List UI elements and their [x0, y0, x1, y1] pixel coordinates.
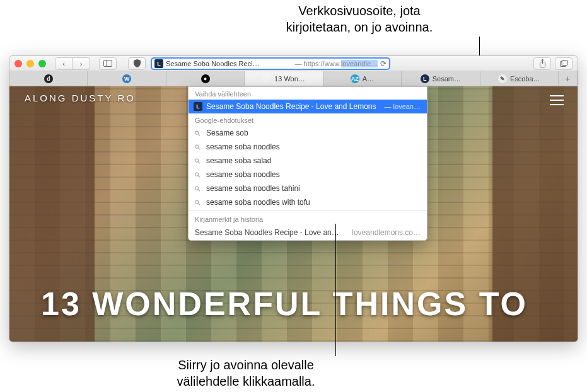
dropdown-divider [189, 210, 427, 211]
tabs-overview-button[interactable] [555, 57, 572, 70]
tab-bar: dW●13 Won…AZA…LSesam…✎Escoba…+ [9, 71, 578, 86]
svg-rect-0 [104, 61, 112, 67]
tab-favicon: W [122, 74, 131, 83]
dropdown-bookmark-item[interactable]: Sesame Soba Noodles Recipe - Love an… lo… [189, 225, 427, 240]
nav-buttons: ‹ › [55, 57, 90, 70]
dropdown-suggestion-3[interactable]: ⚲sesame soba noodles [189, 168, 427, 182]
tab-1[interactable]: W [88, 71, 166, 86]
suggestion-text: sesame soba noodles tahini [206, 184, 300, 193]
callout-text-bottom: Siirry jo avoinna olevalle välilehdelle … [113, 357, 378, 389]
tab-5[interactable]: LSesam… [402, 71, 480, 86]
search-icon: ⚲ [193, 198, 202, 207]
window-controls [15, 60, 46, 67]
dropdown-suggestion-1[interactable]: ⚲sesame soba noodles [189, 140, 427, 154]
close-window-button[interactable] [15, 60, 22, 67]
tab-label: Escoba… [510, 75, 540, 83]
svg-rect-5 [562, 61, 567, 66]
page-hero-heading: 13 WONDERFUL THINGS TO [41, 285, 565, 323]
callout-line-bottom [335, 224, 336, 356]
minimize-window-button[interactable] [26, 60, 34, 67]
reload-icon[interactable]: ⟳ [380, 59, 386, 68]
forward-button[interactable]: › [73, 57, 90, 70]
search-icon: ⚲ [193, 129, 202, 138]
hamburger-menu-icon[interactable] [550, 95, 564, 105]
suggestion-text: sesame soba noodles [206, 142, 280, 151]
suggestion-text: Sesame sob [206, 129, 248, 137]
fullscreen-window-button[interactable] [38, 60, 46, 67]
tab-label: A… [363, 75, 374, 83]
dropdown-item-favicon: L [194, 102, 202, 111]
dropdown-suggestion-4[interactable]: ⚲sesame soba noodles tahini [189, 182, 427, 195]
bookmark-title: Sesame Soba Noodles Recipe - Love an… [195, 228, 339, 237]
dropdown-item-title: Sesame Soba Noodles Recipe - Love and Le… [206, 102, 376, 111]
sidebar-button[interactable] [99, 57, 117, 70]
callout-text-top: Verkkosivuosoite, jota kirjoitetaan, on … [227, 3, 492, 35]
bookmark-domain: loveandlemons.co… [352, 228, 421, 237]
tab-favicon [262, 74, 271, 83]
tab-label: 13 Won… [274, 75, 305, 83]
tab-favicon: ● [201, 74, 210, 83]
back-button[interactable]: ‹ [55, 57, 73, 70]
dropdown-section-google: Google-ehdotukset [189, 113, 427, 126]
page-site-title: ALONG DUSTY RO [25, 93, 136, 103]
address-url: — https://www.loveandle… [295, 60, 378, 67]
tab-label: Sesam… [433, 75, 461, 83]
suggestion-text: sesame soba salad [206, 156, 271, 165]
suggestion-text: sesame soba noodles [206, 170, 280, 179]
tab-favicon: L [421, 74, 429, 83]
search-icon: ⚲ [193, 184, 202, 193]
dropdown-section-bookmarks: Kirjanmerkit ja historia [189, 212, 427, 225]
address-bar[interactable]: L Sesame Soba Noodles Reci… — https://ww… [151, 57, 390, 70]
dropdown-suggestion-5[interactable]: ⚲sesame soba noodles with tofu [189, 195, 427, 209]
dropdown-suggestion-2[interactable]: ⚲sesame soba salad [189, 154, 427, 168]
address-favicon: L [154, 59, 163, 68]
tab-favicon: AZ [351, 74, 359, 83]
tab-3[interactable]: 13 Won… [245, 71, 323, 86]
address-suggestions-dropdown: Vaihda välilehteen L Sesame Soba Noodles… [188, 86, 427, 241]
share-button[interactable] [533, 57, 551, 70]
dropdown-switch-tab-item[interactable]: L Sesame Soba Noodles Recipe - Love and … [189, 100, 427, 113]
tab-4[interactable]: AZA… [323, 71, 402, 86]
tab-2[interactable]: ● [166, 71, 245, 86]
search-icon: ⚲ [193, 170, 202, 180]
new-tab-button[interactable]: + [559, 71, 578, 86]
tab-favicon: d [44, 74, 53, 83]
safari-window: ‹ › L Sesame Soba Noodles Reci… — https:… [9, 55, 578, 342]
address-title: Sesame Soba Noodles Reci… [166, 60, 293, 67]
titlebar: ‹ › L Sesame Soba Noodles Reci… — https:… [9, 56, 578, 71]
dropdown-item-trail: — lovean… [385, 103, 421, 110]
privacy-shield-button[interactable] [128, 57, 146, 70]
search-icon: ⚲ [193, 142, 202, 152]
tab-6[interactable]: ✎Escoba… [480, 71, 559, 86]
dropdown-section-switch-tab: Vaihda välilehteen [189, 87, 427, 100]
suggestion-text: sesame soba noodles with tofu [206, 198, 310, 207]
tab-favicon: ✎ [498, 74, 507, 83]
dropdown-suggestion-0[interactable]: ⚲Sesame sob [189, 126, 427, 140]
search-icon: ⚲ [193, 156, 202, 166]
tab-0[interactable]: d [9, 71, 88, 86]
